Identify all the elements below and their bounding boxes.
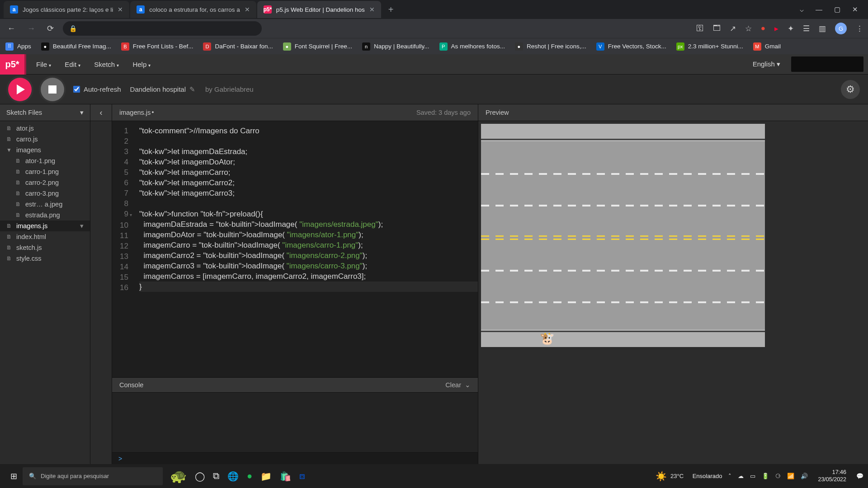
store-icon[interactable]: 🛍️ <box>280 471 291 482</box>
sidebar-toggle[interactable]: ‹ <box>90 104 112 464</box>
file-item[interactable]: 🗎style.css <box>0 253 90 264</box>
url-input[interactable]: 🔒 <box>63 21 262 36</box>
reading-list-icon[interactable]: ☰ <box>803 24 810 33</box>
menu-icon[interactable]: ⋮ <box>856 24 863 33</box>
bookmark-item[interactable]: ●Font Squirrel | Free... <box>283 42 352 51</box>
language-select[interactable]: English ▾ <box>748 57 785 71</box>
minimize-icon[interactable]: — <box>816 5 822 14</box>
star-icon[interactable]: ☆ <box>745 24 752 33</box>
bookmark-item[interactable]: BFree Font Lists - Bef... <box>121 42 193 51</box>
file-item[interactable]: 🗎sketch.js <box>0 242 90 253</box>
file-item[interactable]: 🗎imagens.js▾ <box>0 221 90 231</box>
browser-tab-active[interactable]: p5* p5.js Web Editor | Dandelion hos ✕ <box>257 1 381 18</box>
file-item[interactable]: 🗎ator.js <box>0 123 90 134</box>
volume-icon[interactable]: 🔊 <box>801 473 808 479</box>
tray-chevron-icon[interactable]: ˄ <box>728 473 731 479</box>
dropbox-icon[interactable]: ⧈ <box>299 471 305 481</box>
browser-tab[interactable]: a Jogos clássicos parte 2: laços e li ✕ <box>4 1 129 18</box>
file-item[interactable]: 🗎carro-2.png <box>0 177 90 188</box>
explorer-icon[interactable]: 📁 <box>260 471 272 482</box>
bookmark-item[interactable]: nNappy | Beautifully... <box>362 42 429 51</box>
auto-refresh-checkbox[interactable] <box>73 86 80 93</box>
chrome-icon[interactable]: 🌐 <box>227 471 239 482</box>
bookmark-item[interactable]: ●Reshot | Free icons,... <box>515 42 586 51</box>
close-window-icon[interactable]: ✕ <box>852 5 858 14</box>
file-item[interactable]: 🗎carro-3.png <box>0 188 90 199</box>
sidepanel-icon[interactable]: ▥ <box>819 24 826 33</box>
close-icon[interactable]: ✕ <box>369 6 375 13</box>
meet-icon[interactable]: ▭ <box>750 473 755 479</box>
bookmark-item[interactable]: VFree Vectors, Stock... <box>596 42 666 51</box>
menu-help[interactable]: Help ▾ <box>127 56 156 73</box>
bookmark-item[interactable]: ⠿Apps <box>5 42 31 51</box>
profile-avatar[interactable]: G <box>835 23 847 34</box>
forward-icon[interactable]: → <box>24 24 38 33</box>
bookmark-icon: n <box>362 42 370 51</box>
stop-button[interactable] <box>41 78 64 101</box>
code-editor[interactable]: 123456789▾10111213141516 "tok-comment">/… <box>112 121 478 377</box>
author-link[interactable]: Gabrielabreu <box>214 85 254 93</box>
onedrive-icon[interactable]: ☁ <box>738 473 744 479</box>
taskbar-search[interactable]: 🔍 Digite aqui para pesquisar <box>23 467 163 485</box>
network-icon[interactable]: ⚆ <box>775 473 781 479</box>
bookmark-item[interactable]: MGmail <box>753 42 781 51</box>
folder-item[interactable]: ▼imagens <box>0 145 90 155</box>
new-tab-button[interactable]: + <box>382 5 400 15</box>
taskbar-clock[interactable]: 17:46 23/05/2022 <box>814 469 850 483</box>
bookmark-icon: V <box>596 42 604 51</box>
chevron-down-icon[interactable]: ▾ <box>80 222 84 230</box>
notifications-icon[interactable]: 💬 <box>856 473 863 479</box>
edit-name-icon[interactable]: ✎ <box>189 85 195 94</box>
maximize-icon[interactable]: ▢ <box>834 5 840 14</box>
bookmark-icon: ● <box>283 42 291 51</box>
bookmark-item[interactable]: px2.3 million+ Stunni... <box>676 42 743 51</box>
extensions-icon[interactable]: ✦ <box>788 24 794 33</box>
bookmark-item[interactable]: DDaFont - Baixar fon... <box>203 42 273 51</box>
reload-icon[interactable]: ⟳ <box>44 23 57 33</box>
battery-icon[interactable]: 🔋 <box>762 473 769 479</box>
menu-edit[interactable]: Edit ▾ <box>59 56 86 73</box>
file-item[interactable]: 🗎index.html <box>0 231 90 242</box>
share-icon[interactable]: ↗ <box>730 24 736 33</box>
file-item[interactable]: 🗎estrada.png <box>0 210 90 221</box>
play-button[interactable] <box>8 78 32 101</box>
weather-widget[interactable]: ☀️ 23°C Ensolarado <box>656 471 722 482</box>
file-icon: 🗎 <box>15 158 22 164</box>
key-icon[interactable]: ⚿ <box>696 24 704 33</box>
console-header[interactable]: Console Clear ⌄ <box>112 377 478 393</box>
chevron-left-icon[interactable]: ‹ <box>90 104 112 121</box>
close-icon[interactable]: ✕ <box>245 6 250 13</box>
menu-sketch[interactable]: Sketch ▾ <box>89 56 124 73</box>
bookmark-item[interactable]: PAs melhores fotos... <box>439 42 505 51</box>
extension-icon[interactable]: ● <box>761 24 765 33</box>
console-clear-button[interactable]: Clear ⌄ <box>445 381 471 389</box>
bookmark-item[interactable]: ●Beautiful Free Imag... <box>41 42 111 51</box>
wifi-icon[interactable]: 📶 <box>787 473 794 479</box>
bookmark-icon: px <box>676 42 684 51</box>
back-icon[interactable]: ← <box>5 24 18 33</box>
menu-file[interactable]: File ▾ <box>31 56 57 73</box>
settings-button[interactable]: ⚙ <box>841 80 860 99</box>
start-button[interactable]: ⊞ <box>5 471 23 481</box>
file-item[interactable]: 🗎ator-1.png <box>0 155 90 166</box>
chevron-down-icon[interactable]: ▾ <box>80 109 84 116</box>
translate-icon[interactable]: 🗔 <box>713 24 721 33</box>
browser-tab[interactable]: a coloco a estrutura for, os carros a ✕ <box>130 1 256 18</box>
user-account[interactable] <box>791 56 863 72</box>
preview-header: Preview <box>478 104 868 121</box>
file-item[interactable]: 🗎carro.js <box>0 134 90 145</box>
console-output <box>112 393 478 452</box>
sidebar-header[interactable]: Sketch Files ▾ <box>0 104 90 121</box>
file-item[interactable]: 🗎estr… a.jpeg <box>0 199 90 210</box>
chevron-down-icon[interactable]: ⌄ <box>465 381 471 389</box>
file-item[interactable]: 🗎carro-1.png <box>0 166 90 177</box>
youtube-icon[interactable]: ▸ <box>774 24 778 33</box>
spotify-icon[interactable]: ● <box>247 471 252 481</box>
console-input[interactable]: > <box>112 452 478 464</box>
auto-refresh-toggle[interactable]: Auto-refresh <box>73 85 121 93</box>
p5-logo[interactable]: p5* <box>0 54 26 75</box>
tab-dropdown-icon[interactable]: ⌵ <box>800 5 804 14</box>
task-view-icon[interactable]: ◯ <box>195 471 205 482</box>
task-timeline-icon[interactable]: ⧉ <box>213 471 219 481</box>
close-icon[interactable]: ✕ <box>118 6 123 13</box>
